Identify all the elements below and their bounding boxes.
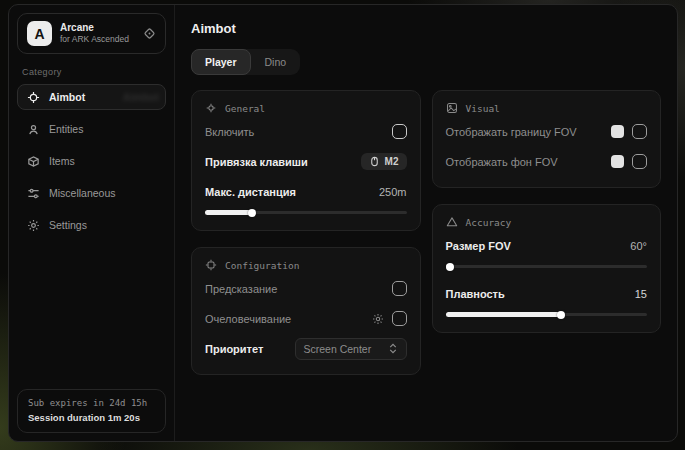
- app-logo: A: [27, 21, 52, 46]
- configuration-card-header: Configuration: [205, 259, 407, 271]
- prediction-row: Предсказание: [205, 276, 407, 301]
- sliders-icon: [27, 187, 40, 200]
- sidebar-item-miscellaneous[interactable]: Miscellaneous: [17, 180, 166, 206]
- general-card-header: General: [205, 102, 407, 114]
- priority-selected-value: Screen Center: [304, 343, 372, 355]
- prediction-label: Предсказание: [205, 283, 277, 295]
- max-distance-value: 250m: [379, 186, 407, 198]
- smoothness-value: 15: [635, 288, 647, 300]
- category-label: Category: [22, 67, 161, 77]
- prediction-checkbox[interactable]: [392, 281, 407, 296]
- fov-border-checkbox[interactable]: [632, 124, 647, 139]
- humanize-checkbox[interactable]: [392, 311, 407, 326]
- keybind-row: Привязка клавиши M2: [205, 149, 407, 174]
- sidebar-item-label: Items: [49, 155, 75, 167]
- keybind-label: Привязка клавиши: [205, 156, 308, 168]
- fov-bg-checkbox[interactable]: [632, 154, 647, 169]
- priority-label: Приоритет: [205, 343, 263, 355]
- fov-bg-color-swatch[interactable]: [611, 155, 624, 168]
- keybind-button[interactable]: M2: [361, 153, 407, 170]
- accuracy-card: Accuracy Размер FOV 60° Плавность 15: [432, 204, 662, 333]
- tab-player[interactable]: Player: [191, 49, 251, 75]
- fov-size-label: Размер FOV: [446, 240, 511, 252]
- smoothness-label: Плавность: [446, 288, 505, 300]
- arcane-window: A Arcane for ARK Ascended Category: [8, 4, 678, 442]
- configuration-card: Configuration Предсказание Очеловечивани…: [191, 247, 421, 375]
- app-logo-box: A Arcane for ARK Ascended: [17, 13, 166, 54]
- gear-icon: [27, 219, 40, 232]
- sidebar-item-label: Settings: [49, 219, 87, 231]
- fov-border-color-swatch[interactable]: [611, 125, 624, 138]
- app-subtitle: for ARK Ascended: [60, 34, 135, 45]
- general-card-title: General: [225, 103, 265, 114]
- mouse-icon: [369, 156, 380, 167]
- sidebar-item-label: Aimbot: [49, 91, 85, 103]
- box-icon: [27, 155, 40, 168]
- sidebar-item-items[interactable]: Items: [17, 148, 166, 174]
- enable-checkbox[interactable]: [392, 124, 407, 139]
- app-title-block: Arcane for ARK Ascended: [60, 22, 135, 45]
- fov-size-value: 60°: [630, 240, 647, 252]
- triangle-icon: [446, 216, 458, 228]
- smoothness-row: Плавность 15: [446, 281, 648, 306]
- max-distance-slider[interactable]: [205, 208, 407, 217]
- general-card: General Включить Привязка клавиши: [191, 90, 421, 231]
- sidebar-item-label: Miscellaneous: [49, 187, 116, 199]
- entities-icon: [27, 123, 40, 136]
- keybind-value: M2: [385, 156, 399, 167]
- fov-border-row: Отображать границу FOV: [446, 119, 648, 144]
- sub-expires-text: Sub expires in 24d 15h: [28, 398, 155, 408]
- visual-card-header: Visual: [446, 102, 648, 114]
- image-icon: [446, 102, 458, 114]
- sidebar-item-settings[interactable]: Settings: [17, 212, 166, 238]
- humanize-label: Очеловечивание: [205, 313, 291, 325]
- subscription-status-box: Sub expires in 24d 15h Session duration …: [17, 389, 166, 433]
- sidebar-item-label: Entities: [49, 123, 83, 135]
- session-duration-text: Session duration 1m 20s: [28, 412, 155, 423]
- sidebar-item-aimbot[interactable]: Aimbot Aimbot: [17, 84, 166, 110]
- enable-label: Включить: [205, 126, 254, 138]
- component-icon: [205, 259, 217, 271]
- fov-bg-row: Отображать фон FOV: [446, 149, 648, 174]
- visual-card: Visual Отображать границу FOV Отображать…: [432, 90, 662, 188]
- humanize-row: Очеловечивание: [205, 306, 407, 331]
- sidebar-item-entities[interactable]: Entities: [17, 116, 166, 142]
- crosshair-icon: [27, 91, 40, 104]
- max-distance-label: Макс. дистанция: [205, 186, 296, 198]
- visual-card-title: Visual: [466, 103, 500, 114]
- session-duration-label: Session duration: [28, 412, 105, 423]
- main-panel: Aimbot Player Dino General: [175, 5, 677, 441]
- fov-bg-label: Отображать фон FOV: [446, 156, 558, 168]
- tab-dino[interactable]: Dino: [251, 49, 301, 75]
- fov-size-slider[interactable]: [446, 262, 648, 271]
- max-distance-row: Макс. дистанция 250m: [205, 179, 407, 204]
- chevrons-up-down-icon: [388, 343, 398, 354]
- sidebar: A Arcane for ARK Ascended Category: [9, 5, 175, 441]
- sidebar-item-ghost: Aimbot: [123, 91, 159, 103]
- focus-icon[interactable]: [143, 27, 156, 40]
- accuracy-card-title: Accuracy: [466, 217, 512, 228]
- priority-dropdown[interactable]: Screen Center: [295, 338, 407, 360]
- humanize-settings-gear-icon[interactable]: [372, 313, 384, 325]
- sidebar-nav: Aimbot Aimbot Entities Items: [17, 84, 166, 238]
- page-title: Aimbot: [191, 21, 661, 36]
- session-duration-value: 1m 20s: [108, 412, 140, 423]
- fov-border-label: Отображать границу FOV: [446, 126, 577, 138]
- smoothness-slider[interactable]: [446, 310, 648, 319]
- app-name: Arcane: [60, 22, 135, 35]
- fov-size-row: Размер FOV 60°: [446, 233, 648, 258]
- enable-row: Включить: [205, 119, 407, 144]
- target-tabs: Player Dino: [191, 49, 300, 75]
- accuracy-card-header: Accuracy: [446, 216, 648, 228]
- configuration-card-title: Configuration: [225, 260, 299, 271]
- target-icon: [205, 102, 217, 114]
- priority-row: Приоритет Screen Center: [205, 336, 407, 361]
